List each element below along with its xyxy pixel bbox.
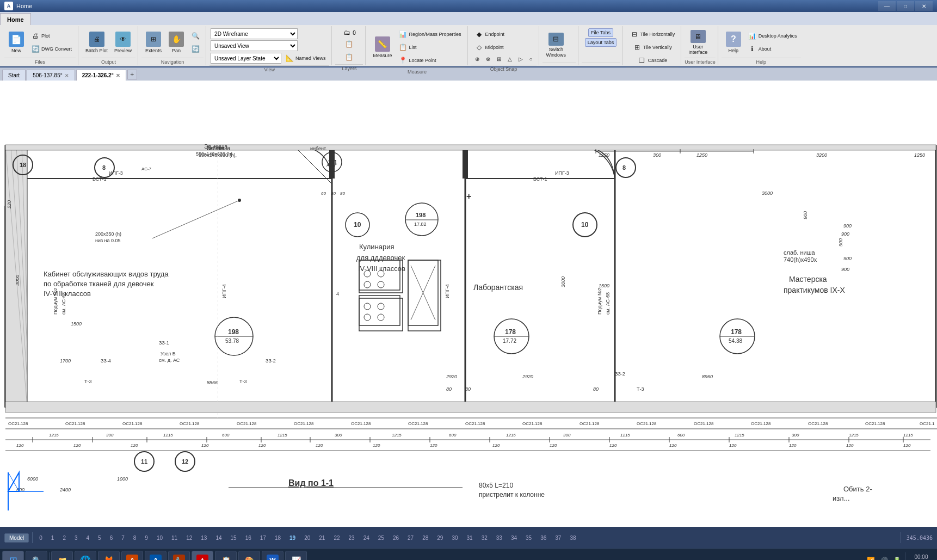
- status-num-36[interactable]: 36: [537, 535, 550, 541]
- status-num-16[interactable]: 16: [242, 535, 255, 541]
- status-num-11[interactable]: 11: [168, 535, 181, 541]
- status-num-38[interactable]: 38: [566, 535, 579, 541]
- taskbar-app3[interactable]: 🔧: [168, 551, 190, 561]
- status-num-17[interactable]: 17: [257, 535, 269, 541]
- taskbar-autocad[interactable]: A: [192, 551, 213, 561]
- taskbar-app5[interactable]: 📋: [215, 551, 237, 561]
- status-num-4[interactable]: 4: [83, 535, 93, 541]
- status-num-14[interactable]: 14: [212, 535, 225, 541]
- midpoint-button[interactable]: ◇ Midpoint: [472, 41, 535, 53]
- taskbar-file-explorer[interactable]: 📁: [51, 551, 73, 561]
- status-num-6[interactable]: 6: [107, 535, 116, 541]
- status-num-32[interactable]: 32: [478, 535, 491, 541]
- file-tabs-button[interactable]: File Tabs: [588, 28, 613, 37]
- status-num-22[interactable]: 22: [330, 535, 343, 541]
- snap-btn6[interactable]: ○: [527, 54, 535, 64]
- snap-btn1[interactable]: ⊕: [472, 54, 482, 64]
- snap-btn3[interactable]: ⊞: [494, 54, 504, 64]
- help-button[interactable]: ? Help: [723, 28, 744, 57]
- status-num-24[interactable]: 24: [360, 535, 373, 541]
- status-num-33[interactable]: 33: [493, 535, 506, 541]
- search-button[interactable]: 🔍: [26, 551, 47, 561]
- status-num-20[interactable]: 20: [301, 535, 313, 541]
- system-time[interactable]: 00:00 01.01.2024: [908, 553, 935, 561]
- status-num-10[interactable]: 10: [153, 535, 166, 541]
- tab2-close[interactable]: ✕: [116, 73, 120, 78]
- status-num-35[interactable]: 35: [522, 535, 535, 541]
- user-interface-button[interactable]: 🖥 User Interface: [686, 28, 710, 57]
- zoom-button[interactable]: 🔍: [188, 30, 202, 42]
- view-select[interactable]: Unsaved View: [211, 40, 298, 51]
- network-icon[interactable]: 📶: [866, 555, 877, 561]
- tile-horiz-button[interactable]: ⊟ Tile Horizontally: [627, 28, 678, 40]
- status-num-31[interactable]: 31: [464, 535, 476, 541]
- measure-button[interactable]: 📏 Measure: [370, 33, 394, 61]
- layer-btn1[interactable]: 📋: [342, 38, 356, 50]
- status-num-15[interactable]: 15: [227, 535, 240, 541]
- status-num-29[interactable]: 29: [434, 535, 446, 541]
- named-views-button[interactable]: 📐 Named Views: [282, 52, 328, 64]
- plot-button[interactable]: 🖨 Plot: [28, 30, 75, 42]
- status-num-26[interactable]: 26: [390, 535, 402, 541]
- status-num-18[interactable]: 18: [272, 535, 284, 541]
- doc-tab-2[interactable]: 222-1-326.2° ✕: [76, 70, 126, 81]
- status-num-37[interactable]: 37: [552, 535, 564, 541]
- status-num-2[interactable]: 2: [59, 535, 69, 541]
- status-num-12[interactable]: 12: [183, 535, 195, 541]
- close-button[interactable]: ✕: [915, 1, 933, 11]
- minimize-button[interactable]: —: [878, 1, 896, 11]
- status-num-27[interactable]: 27: [404, 535, 417, 541]
- battery-icon[interactable]: 🔋: [892, 555, 903, 561]
- extents-button[interactable]: ⊞ Extents: [143, 28, 164, 57]
- status-num-1[interactable]: 1: [48, 535, 58, 541]
- list-button[interactable]: 📋 List: [396, 41, 464, 53]
- snap-btn5[interactable]: ▷: [516, 54, 526, 64]
- status-num-13[interactable]: 13: [198, 535, 210, 541]
- locate-point-button[interactable]: 📍 Locate Point: [396, 54, 464, 66]
- start-button[interactable]: ⊞: [2, 551, 24, 561]
- cascade-button[interactable]: ❏ Cascade: [635, 54, 670, 66]
- dwg-convert-button[interactable]: 🔄 DWG Convert: [28, 43, 75, 55]
- tile-vert-button[interactable]: ⊞ Tile Vertically: [630, 41, 675, 53]
- status-num-3[interactable]: 3: [71, 535, 81, 541]
- status-num-23[interactable]: 23: [346, 535, 358, 541]
- taskbar-app1[interactable]: A: [121, 551, 143, 561]
- tab1-close[interactable]: ✕: [65, 73, 69, 78]
- status-num-8[interactable]: 8: [130, 535, 140, 541]
- desktop-analytics-button[interactable]: 📊 Desktop Analytics: [745, 30, 800, 42]
- taskbar-app2[interactable]: A: [145, 551, 167, 561]
- new-tab-button[interactable]: +: [127, 70, 137, 79]
- doc-tab-1[interactable]: 506-137.85° ✕: [27, 70, 75, 81]
- layer-btn2[interactable]: 📋: [342, 51, 356, 63]
- status-num-30[interactable]: 30: [448, 535, 461, 541]
- taskbar-chrome[interactable]: 🌐: [75, 551, 96, 561]
- status-num-25[interactable]: 25: [375, 535, 387, 541]
- status-num-9[interactable]: 9: [141, 535, 151, 541]
- volume-icon[interactable]: 🔊: [879, 555, 890, 561]
- endpoint-button[interactable]: ◆ Endpoint: [472, 28, 535, 40]
- preview-button[interactable]: 👁 Preview: [112, 28, 134, 57]
- orbit-button[interactable]: 🔄: [188, 43, 202, 55]
- start-tab[interactable]: Start: [2, 70, 26, 81]
- new-button[interactable]: 📄 New: [5, 28, 27, 57]
- status-num-34[interactable]: 34: [508, 535, 520, 541]
- status-num-21[interactable]: 21: [316, 535, 328, 541]
- model-tab[interactable]: Model: [4, 533, 29, 543]
- status-num-0[interactable]: 0: [36, 535, 46, 541]
- pan-button[interactable]: ✋ Pan: [165, 28, 187, 57]
- status-num-28[interactable]: 28: [419, 535, 431, 541]
- drawing-area[interactable]: ОС21.128 ОС21.128 ОС21.128 ОС21.128 ОС21…: [0, 81, 937, 527]
- wireframe-select[interactable]: 2D Wireframe: [211, 28, 298, 39]
- taskbar-word[interactable]: W: [262, 551, 283, 561]
- snap-btn4[interactable]: △: [505, 54, 515, 64]
- maximize-button[interactable]: □: [897, 1, 914, 11]
- layout-tabs-button[interactable]: Layout Tabs: [585, 38, 617, 47]
- snap-btn2[interactable]: ⊗: [483, 54, 493, 64]
- region-mass-button[interactable]: 📊 Region/Mass Properties: [396, 28, 464, 40]
- taskbar-app8[interactable]: 📈: [285, 551, 307, 561]
- about-button[interactable]: ℹ About: [745, 43, 800, 55]
- layer-state-select[interactable]: Unsaved Layer State: [211, 53, 281, 64]
- taskbar-firefox[interactable]: 🦊: [98, 551, 120, 561]
- batch-plot-button[interactable]: 🖨 Batch Plot: [83, 28, 110, 57]
- tab-home[interactable]: Home: [0, 13, 31, 25]
